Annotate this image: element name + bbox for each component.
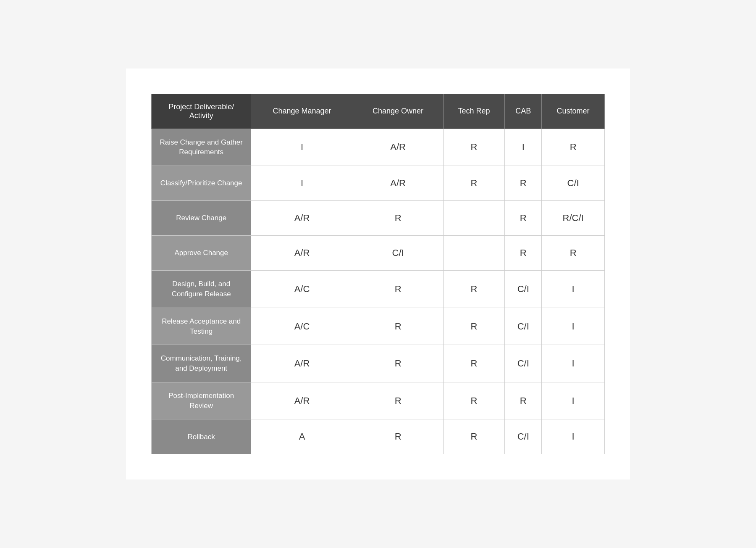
raci-table: Project Deliverable/ Activity Change Man… [151, 94, 605, 455]
cell-changeOwner: R [353, 201, 443, 236]
row-label-cell: Review Change [152, 201, 251, 236]
cell-changeManager: A/R [251, 345, 353, 382]
header-customer: Customer [542, 94, 605, 129]
cell-techRep [443, 201, 505, 236]
cell-changeManager: A/R [251, 382, 353, 419]
row-label-cell: Rollback [152, 419, 251, 454]
cell-changeOwner: R [353, 308, 443, 345]
table-row: Review ChangeA/RRRR/C/I [152, 201, 605, 236]
cell-changeManager: A/R [251, 201, 353, 236]
cell-changeManager: A/R [251, 236, 353, 271]
table-row: Release Acceptance and TestingA/CRRC/II [152, 308, 605, 345]
row-label-cell: Raise Change and Gather Requirements [152, 129, 251, 166]
cell-changeManager: I [251, 129, 353, 166]
cell-changeOwner: R [353, 345, 443, 382]
cell-cab: R [505, 236, 542, 271]
cell-changeManager: A [251, 419, 353, 454]
cell-changeOwner: R [353, 382, 443, 419]
header-cab: CAB [505, 94, 542, 129]
row-label-cell: Approve Change [152, 236, 251, 271]
cell-customer: I [542, 345, 605, 382]
header-change-owner: Change Owner [353, 94, 443, 129]
row-label-cell: Release Acceptance and Testing [152, 308, 251, 345]
cell-cab: C/I [505, 419, 542, 454]
cell-changeManager: I [251, 166, 353, 201]
cell-changeOwner: A/R [353, 129, 443, 166]
header-change-manager: Change Manager [251, 94, 353, 129]
table-row: Raise Change and Gather RequirementsIA/R… [152, 129, 605, 166]
cell-changeOwner: R [353, 419, 443, 454]
cell-cab: R [505, 382, 542, 419]
cell-customer: R [542, 236, 605, 271]
cell-customer: R/C/I [542, 201, 605, 236]
table-wrapper: Project Deliverable/ Activity Change Man… [126, 68, 630, 480]
table-row: RollbackARRC/II [152, 419, 605, 454]
cell-techRep: R [443, 129, 505, 166]
table-row: Communication, Training, and DeploymentA… [152, 345, 605, 382]
cell-techRep: R [443, 308, 505, 345]
cell-techRep: R [443, 419, 505, 454]
cell-techRep: R [443, 166, 505, 201]
row-label-cell: Communication, Training, and Deployment [152, 345, 251, 382]
cell-customer: I [542, 419, 605, 454]
cell-customer: I [542, 271, 605, 308]
table-row: Post-Implementation ReviewA/RRRRI [152, 382, 605, 419]
cell-techRep: R [443, 271, 505, 308]
cell-customer: I [542, 308, 605, 345]
cell-cab: R [505, 201, 542, 236]
header-tech-rep: Tech Rep [443, 94, 505, 129]
table-row: Classify/Prioritize ChangeIA/RRRC/I [152, 166, 605, 201]
cell-changeManager: A/C [251, 271, 353, 308]
cell-techRep: R [443, 345, 505, 382]
cell-customer: I [542, 382, 605, 419]
cell-customer: C/I [542, 166, 605, 201]
header-row: Project Deliverable/ Activity Change Man… [152, 94, 605, 129]
header-activity: Project Deliverable/ Activity [152, 94, 251, 129]
row-label-cell: Classify/Prioritize Change [152, 166, 251, 201]
cell-techRep: R [443, 382, 505, 419]
cell-cab: C/I [505, 345, 542, 382]
cell-changeOwner: C/I [353, 236, 443, 271]
cell-techRep [443, 236, 505, 271]
cell-customer: R [542, 129, 605, 166]
table-row: Design, Build, and Configure ReleaseA/CR… [152, 271, 605, 308]
cell-changeManager: A/C [251, 308, 353, 345]
cell-changeOwner: R [353, 271, 443, 308]
cell-cab: C/I [505, 308, 542, 345]
table-row: Approve ChangeA/RC/IRR [152, 236, 605, 271]
cell-cab: C/I [505, 271, 542, 308]
row-label-cell: Post-Implementation Review [152, 382, 251, 419]
cell-changeOwner: A/R [353, 166, 443, 201]
cell-cab: R [505, 166, 542, 201]
row-label-cell: Design, Build, and Configure Release [152, 271, 251, 308]
cell-cab: I [505, 129, 542, 166]
